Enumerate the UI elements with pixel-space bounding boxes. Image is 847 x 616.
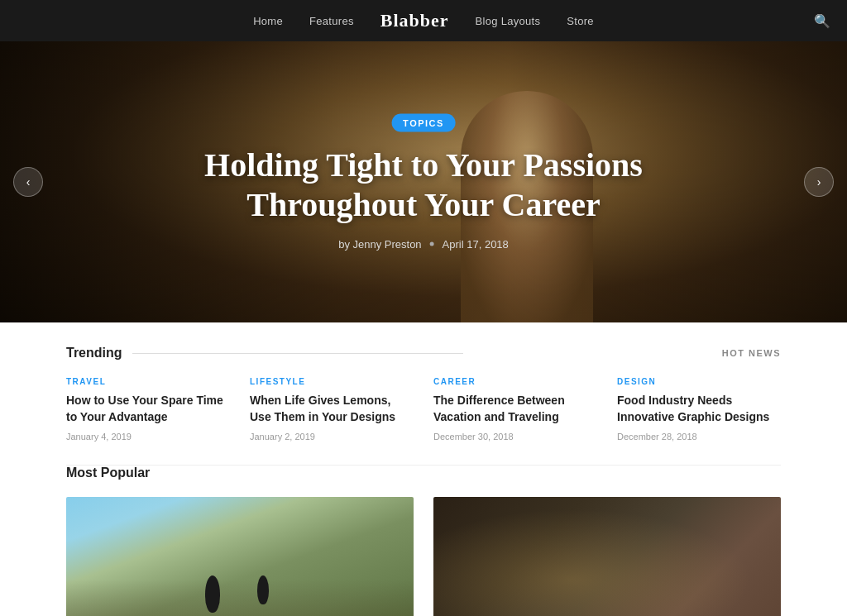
popular-grid [66, 497, 781, 616]
hero-meta: by Jenny Preston April 17, 2018 [127, 238, 720, 251]
nav-links: Home Features Blabber Blog Layouts Store [253, 10, 594, 31]
trending-title: Trending [66, 346, 463, 361]
hero-author: by Jenny Preston [338, 238, 421, 251]
nav-item-home[interactable]: Home [253, 13, 283, 28]
trending-date-1: January 2, 2019 [250, 432, 414, 442]
trending-item-1[interactable]: LIFESTYLE When Life Gives Lemons, Use Th… [250, 377, 414, 442]
trending-title-3: Food Industry Needs Innovative Graphic D… [617, 393, 781, 425]
hot-news-label: HOT NEWS [722, 348, 781, 358]
hero-prev-button[interactable]: ‹ [13, 167, 43, 197]
search-icon[interactable]: 🔍 [814, 13, 830, 29]
main-content: Trending HOT NEWS TRAVEL How to Use Your… [0, 322, 847, 616]
trending-date-2: December 30, 2018 [433, 432, 597, 442]
hero-date: April 17, 2018 [443, 238, 509, 251]
trending-item-0[interactable]: TRAVEL How to Use Your Spare Time to You… [66, 377, 230, 442]
trending-section: Trending HOT NEWS TRAVEL How to Use Your… [0, 322, 847, 465]
hero-next-button[interactable]: › [804, 167, 834, 197]
trending-category-1: LIFESTYLE [250, 377, 414, 386]
popular-card-image-1 [433, 497, 781, 616]
popular-card-image-0 [66, 497, 414, 616]
hero-title: Holding Tight to Your Passions Throughou… [127, 146, 720, 225]
trending-title-0: How to Use Your Spare Time to Your Advan… [66, 393, 230, 425]
main-nav: Home Features Blabber Blog Layouts Store… [0, 0, 847, 41]
runner-silhouette-1 [205, 575, 220, 613]
trending-title-2: The Difference Between Vacation and Trav… [433, 393, 597, 425]
runner-silhouette-2 [257, 575, 269, 604]
trending-date-3: December 28, 2018 [617, 432, 781, 442]
hero-meta-separator [430, 242, 434, 246]
trending-item-3[interactable]: DESIGN Food Industry Needs Innovative Gr… [617, 377, 781, 442]
trending-date-0: January 4, 2019 [66, 432, 230, 442]
nav-item-blog-layouts[interactable]: Blog Layouts [476, 13, 541, 28]
popular-section: Most Popular [0, 466, 847, 616]
nav-logo[interactable]: Blabber [380, 10, 449, 31]
popular-card-1[interactable] [433, 497, 781, 616]
trending-category-0: TRAVEL [66, 377, 230, 386]
hero-badge[interactable]: Topics [391, 114, 456, 132]
popular-section-title: Most Popular [66, 466, 781, 480]
nav-item-features[interactable]: Features [309, 13, 354, 28]
hero-section: ‹ › Topics Holding Tight to Your Passion… [0, 41, 847, 322]
hero-content: Topics Holding Tight to Your Passions Th… [127, 114, 720, 251]
trending-title-1: When Life Gives Lemons, Use Them in Your… [250, 393, 414, 425]
trending-header: Trending HOT NEWS [66, 346, 781, 361]
trending-item-2[interactable]: CAREER The Difference Between Vacation a… [433, 377, 597, 442]
nav-item-store[interactable]: Store [567, 13, 594, 28]
trending-category-2: CAREER [433, 377, 597, 386]
trending-category-3: DESIGN [617, 377, 781, 386]
popular-card-0[interactable] [66, 497, 414, 616]
trending-grid: TRAVEL How to Use Your Spare Time to You… [66, 377, 781, 442]
